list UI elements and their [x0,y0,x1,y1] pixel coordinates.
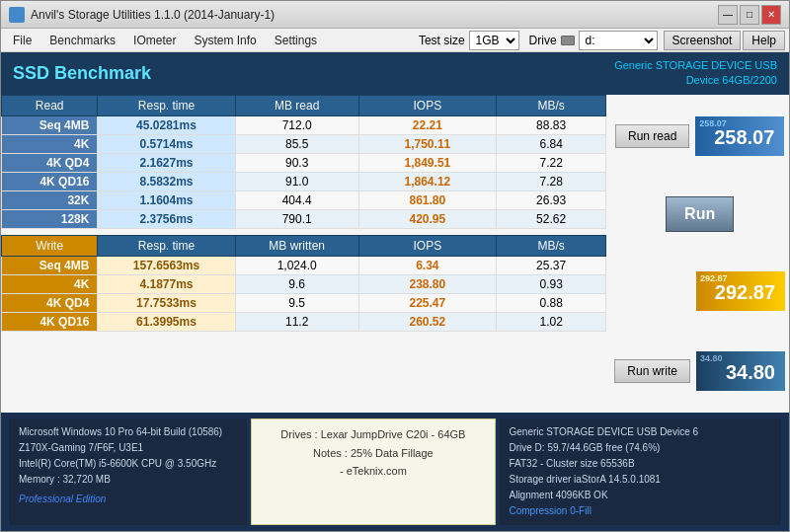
read-row-label: 128K [2,209,98,228]
read-row-label: 4K QD4 [2,153,98,172]
bottom-drives-info: Drives : Lexar JumpDrive C20i - 64GB Not… [251,418,495,525]
read-mb: 91.0 [235,172,358,190]
write-mb: 9.6 [235,274,358,293]
drives-line1: Drives : Lexar JumpDrive C20i - 64GB [264,425,482,444]
menu-file[interactable]: File [5,32,40,49]
read-resp-time: 45.0281ms [98,115,235,134]
read-score-box: 258.07 258.07 [695,116,784,156]
write-row-label: Seq 4MB [2,256,98,274]
run-write-button[interactable]: Run write [614,359,690,383]
read-row-label: 4K QD16 [2,172,98,190]
write-mbs-header: MB/s [496,235,605,256]
write-row-label: 4K [2,274,98,293]
read-resp-time: 2.3756ms [98,209,235,228]
write-resp-time-header: Resp. time [98,235,235,256]
write-table-row: 4K QD16 61.3995ms 11.2 260.52 1.02 [2,312,606,331]
write-row-label: 4K QD4 [2,293,98,312]
read-table: Read Resp. time MB read IOPS MB/s Seq 4M… [1,95,606,229]
right-panel: Run read 258.07 258.07 Run 292.87 292.87… [610,95,789,413]
read-iops: 1,849.51 [358,153,496,172]
hdd-icon [561,36,575,45]
write-iops: 238.80 [358,274,496,293]
write-table-row: Seq 4MB 157.6563ms 1,024.0 6.34 25.37 [2,256,606,274]
screenshot-button[interactable]: Screenshot [664,31,742,50]
read-resp-time: 1.1604ms [98,190,235,209]
write-iops: 225.47 [358,293,496,312]
write-score-label: 34.80 [700,353,723,363]
write-iops-header: IOPS [358,235,496,256]
close-button[interactable]: ✕ [761,5,781,25]
mb-written-header: MB written [235,235,358,256]
read-mb: 404.4 [235,190,358,209]
maximize-button[interactable]: □ [740,5,759,25]
device-info-line6: Compression 0-Fill [510,503,772,519]
run-button[interactable]: Run [666,196,734,232]
write-row-label: 4K QD16 [2,312,98,331]
main-window: Anvil's Storage Utilities 1.1.0 (2014-Ja… [0,0,790,532]
read-mbs: 88.83 [496,115,605,134]
write-iops: 260.52 [358,312,496,331]
write-header: Write [2,235,98,256]
help-button[interactable]: Help [743,31,785,50]
total-score-box: 292.87 292.87 [696,271,785,311]
iops-header: IOPS [358,95,496,115]
device-info: Generic STORAGE DEVICE USB Device 64GB/2… [614,58,777,89]
read-table-row: 32K 1.1604ms 404.4 861.80 26.93 [2,190,606,209]
read-resp-time: 8.5832ms [98,172,235,190]
read-resp-time: 2.1627ms [98,153,235,172]
read-iops: 22.21 [358,115,496,134]
read-iops: 420.95 [358,209,496,228]
write-table-row: 4K 4.1877ms 9.6 238.80 0.93 [2,274,606,293]
menu-benchmarks[interactable]: Benchmarks [41,32,123,49]
menu-bar: File Benchmarks IOmeter System Info Sett… [1,29,789,52]
read-mbs: 7.22 [496,153,605,172]
write-iops: 6.34 [358,256,496,274]
write-score-value: 34.80 [726,361,775,383]
read-iops: 1,750.11 [358,134,496,153]
read-mb: 790.1 [235,209,358,228]
menu-system-info[interactable]: System Info [186,32,264,49]
write-resp-time: 61.3995ms [98,312,235,331]
middle-area: Read Resp. time MB read IOPS MB/s Seq 4M… [1,95,789,413]
run-read-button[interactable]: Run read [615,124,689,148]
sys-line-1: Microsoft Windows 10 Pro 64-bit Build (1… [19,424,237,440]
test-size-select[interactable]: 1GB [469,31,519,50]
write-resp-time: 17.7533ms [98,293,235,312]
read-mbs: 6.84 [496,134,605,153]
read-table-row: 128K 2.3756ms 790.1 420.95 52.62 [2,209,606,228]
pro-edition-label: Professional Edition [19,492,237,507]
read-score-group: Run read 258.07 258.07 [615,116,784,156]
read-mb: 85.5 [235,134,358,153]
read-mb: 90.3 [235,153,358,172]
read-mbs: 52.62 [496,209,605,228]
main-content: Read Resp. time MB read IOPS MB/s Seq 4M… [1,95,789,531]
read-score-label: 258.07 [699,118,727,128]
title-bar: Anvil's Storage Utilities 1.1.0 (2014-Ja… [1,1,789,29]
write-mb: 11.2 [235,312,358,331]
bottom-area: Microsoft Windows 10 Pro 64-bit Build (1… [1,413,789,531]
ssd-header: SSD Benchmark Generic STORAGE DEVICE USB… [1,52,789,95]
total-score-value: 292.87 [715,281,775,303]
sys-line-3: Intel(R) Core(TM) i5-6600K CPU @ 3.50GHz [19,456,237,472]
mbs-header: MB/s [496,95,605,115]
device-info-line4: Storage driver iaStorA 14.5.0.1081 [510,472,772,488]
read-table-row: 4K QD4 2.1627ms 90.3 1,849.51 7.22 [2,153,606,172]
read-table-row: Seq 4MB 45.0281ms 712.0 22.21 88.83 [2,115,606,134]
menu-iometer[interactable]: IOmeter [125,32,184,49]
app-icon [9,7,25,23]
device-info-line2: Drive D: 59.7/44.6GB free (74.6%) [510,440,772,456]
device-line1: Generic STORAGE DEVICE USB [614,58,777,73]
write-mbs: 0.88 [496,293,605,312]
drive-select[interactable]: d: [579,31,658,50]
ssd-benchmark-title: SSD Benchmark [13,63,151,84]
tables-area: Read Resp. time MB read IOPS MB/s Seq 4M… [1,95,606,413]
resp-time-header: Resp. time [98,95,235,115]
device-info-line1: Generic STORAGE DEVICE USB Device 6 [510,424,772,440]
total-score-label: 292.87 [700,273,728,283]
write-mbs: 25.37 [496,256,605,274]
menu-settings[interactable]: Settings [267,32,325,49]
minimize-button[interactable]: — [718,5,738,25]
read-header: Read [2,95,98,115]
read-row-label: 32K [2,190,98,209]
mb-read-header: MB read [235,95,358,115]
